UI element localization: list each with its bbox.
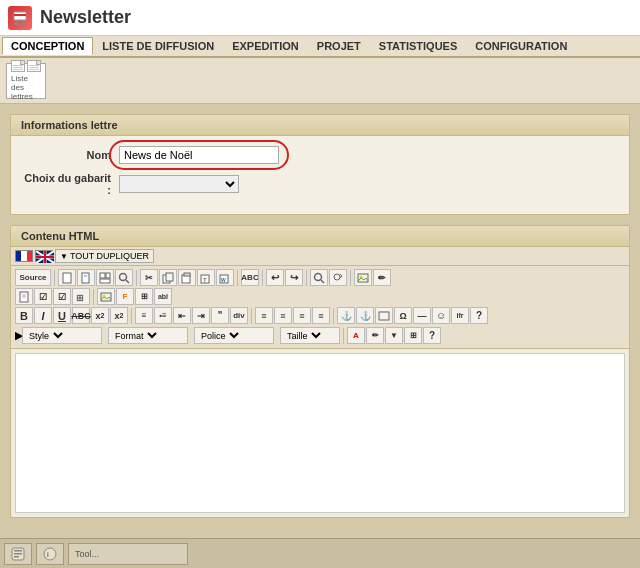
nom-input[interactable] <box>119 146 279 164</box>
checkbox1[interactable]: ☑ <box>34 288 52 305</box>
hr-btn[interactable]: — <box>413 307 431 324</box>
help2-btn[interactable]: ? <box>423 327 441 344</box>
format-select[interactable]: Format <box>111 328 160 343</box>
svg-text:T: T <box>203 277 207 283</box>
special-chars-btn[interactable]: Ω <box>394 307 412 324</box>
copy-btn[interactable] <box>159 269 177 286</box>
align-justify-btn[interactable]: ≡ <box>312 307 330 324</box>
gabarit-select[interactable] <box>119 175 239 193</box>
checkbox2[interactable]: ☑ <box>53 288 71 305</box>
svg-rect-15 <box>100 273 105 278</box>
svg-point-28 <box>315 273 322 280</box>
superscript-btn[interactable]: x2 <box>110 307 128 324</box>
nav-item-projet[interactable]: PROJET <box>308 37 370 55</box>
replace-btn[interactable] <box>329 269 347 286</box>
svg-rect-43 <box>14 556 19 558</box>
help-btn[interactable]: ? <box>470 307 488 324</box>
editor-toolbar-dropdowns: ▶ Style Format Police <box>13 325 627 346</box>
svg-rect-12 <box>63 273 71 283</box>
flash-btn[interactable]: F <box>116 288 134 305</box>
blockquote-btn[interactable]: " <box>211 307 229 324</box>
editor-area[interactable] <box>15 353 625 513</box>
style-dropdown[interactable]: Style <box>22 327 102 344</box>
edit-btn[interactable]: ✏ <box>373 269 391 286</box>
align-right-btn[interactable]: ≡ <box>293 307 311 324</box>
undo-btn[interactable]: ↩ <box>266 269 284 286</box>
more-btn[interactable]: ▼ <box>385 327 403 344</box>
style-select[interactable]: Style <box>25 328 66 343</box>
new-doc-btn[interactable] <box>58 269 76 286</box>
svg-point-30 <box>334 274 340 280</box>
img2-btn[interactable] <box>97 288 115 305</box>
preview-btn[interactable] <box>77 269 95 286</box>
find-btn[interactable] <box>115 269 133 286</box>
sep6 <box>350 270 351 286</box>
liste-des-lettres-button[interactable]: Liste des lettres <box>6 63 46 99</box>
find2-btn[interactable] <box>310 269 328 286</box>
iframe-btn[interactable]: ifr <box>451 307 469 324</box>
outdent-btn[interactable]: ⇤ <box>173 307 191 324</box>
color-btn[interactable]: A <box>347 327 365 344</box>
redo-btn[interactable]: ↪ <box>285 269 303 286</box>
taille-dropdown[interactable]: Taille <box>280 327 340 344</box>
nav-item-statistiques[interactable]: STATISTIQUES <box>370 37 466 55</box>
svg-rect-16 <box>106 273 110 278</box>
paste-word-btn[interactable]: W <box>216 269 234 286</box>
paste-text-btn[interactable]: T <box>197 269 215 286</box>
page-props-btn[interactable] <box>15 288 33 305</box>
strikethrough-btn[interactable]: ABC <box>72 307 90 324</box>
underline-btn[interactable]: U <box>53 307 71 324</box>
paste-btn[interactable] <box>178 269 196 286</box>
subscript-btn[interactable]: x2 <box>91 307 109 324</box>
italic-btn[interactable]: I <box>34 307 52 324</box>
img3-btn[interactable] <box>375 307 393 324</box>
statusbar: i Tool... <box>0 538 640 568</box>
cut-btn[interactable]: ✂ <box>140 269 158 286</box>
svg-text:W: W <box>221 277 226 283</box>
about-btn[interactable]: ⊞ <box>404 327 422 344</box>
ol-btn[interactable]: ≡ <box>135 307 153 324</box>
templates-btn[interactable] <box>96 269 114 286</box>
bgcolor-btn[interactable]: ✏ <box>366 327 384 344</box>
police-dropdown[interactable]: Police <box>194 327 274 344</box>
img-btn[interactable] <box>354 269 372 286</box>
info-panel: Informations lettre Nom Choix du gabarit… <box>10 114 630 215</box>
police-select[interactable]: Police <box>197 328 242 343</box>
align-left-btn[interactable]: ≡ <box>255 307 273 324</box>
sep10 <box>333 308 334 324</box>
statusbar-icon1 <box>11 547 25 561</box>
div-btn[interactable]: div <box>230 307 248 324</box>
sep11 <box>343 328 344 344</box>
sep5 <box>306 270 307 286</box>
editor-toolbar: Source ✂ <box>11 266 629 349</box>
format-dropdown[interactable]: Format <box>108 327 188 344</box>
taille-select[interactable]: Taille <box>283 328 324 343</box>
editor-toolbar-row2: ☑ ☑ ⊞ F ⊞ abl <box>13 287 627 306</box>
spell-btn[interactable]: ABC <box>241 269 259 286</box>
nav-item-configuration[interactable]: CONFIGURATION <box>466 37 576 55</box>
editor-toolbar-row1: Source ✂ <box>13 268 627 287</box>
abcbar-btn[interactable]: ⊞ <box>72 288 90 305</box>
anchor-btn[interactable]: ⚓ <box>356 307 374 324</box>
svg-rect-23 <box>184 273 190 276</box>
nav-item-liste[interactable]: LISTE DE DIFFUSION <box>93 37 223 55</box>
gabarit-label: Choix du gabarit : <box>21 172 111 196</box>
bold-btn[interactable]: B <box>15 307 33 324</box>
nav-item-conception[interactable]: CONCEPTION <box>2 37 93 55</box>
indent-btn[interactable]: ⇥ <box>192 307 210 324</box>
toolbar-row: Liste des lettres <box>0 58 640 104</box>
info-panel-body: Nom Choix du gabarit : <box>11 136 629 214</box>
ul-btn[interactable]: •≡ <box>154 307 172 324</box>
nav-item-expedition[interactable]: EXPEDITION <box>223 37 308 55</box>
table-btn[interactable]: ⊞ <box>135 288 153 305</box>
link-btn[interactable]: ⚓ <box>337 307 355 324</box>
sep3 <box>237 270 238 286</box>
title-bar: Newsletter <box>0 0 640 36</box>
tout-dupliquer-btn[interactable]: ▼ TOUT DUPLIQUER <box>55 249 154 263</box>
input-btn[interactable]: abl <box>154 288 172 305</box>
smiley-btn[interactable]: ☺ <box>432 307 450 324</box>
svg-text:i: i <box>47 550 49 559</box>
flag-row: ▼ TOUT DUPLIQUER <box>11 247 629 266</box>
align-center-btn[interactable]: ≡ <box>274 307 292 324</box>
source-btn[interactable]: Source <box>15 269 51 286</box>
